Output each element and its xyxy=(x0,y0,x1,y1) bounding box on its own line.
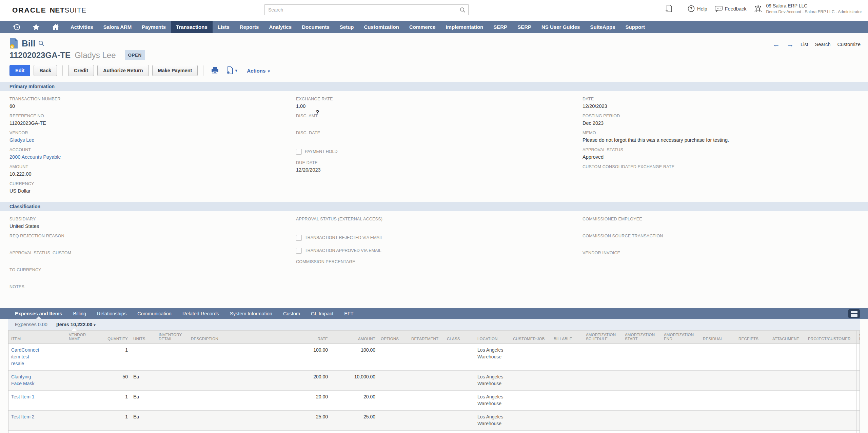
primary-information-header[interactable]: Primary Information xyxy=(0,82,868,91)
subtab-expenses-and-items[interactable]: Expenses and Items xyxy=(9,308,67,319)
recent-records-icon[interactable] xyxy=(7,21,26,33)
nav-item-serp[interactable]: SERP xyxy=(512,21,536,33)
cell-quantity: 1 xyxy=(100,391,131,411)
print-options-caret-icon: ▼ xyxy=(234,68,238,73)
nav-item-serp[interactable]: SERP xyxy=(488,21,512,33)
print-options-button[interactable]: ▼ xyxy=(226,66,238,75)
column-header-options[interactable]: OPTIONS xyxy=(378,331,409,344)
subtab-relationships[interactable]: Relationships xyxy=(92,308,132,319)
primary-fields-col-2: EXCHANGE RATE1.00DISC. AMT.?DISC. DATEPA… xyxy=(296,97,583,198)
payment-hold-checkbox[interactable] xyxy=(296,149,302,155)
column-header-billable[interactable]: BILLABLE xyxy=(551,331,583,344)
cell-amount: 2.00 xyxy=(331,431,378,433)
field-value[interactable]: 2000 Accounts Payable xyxy=(9,154,296,161)
credit-button[interactable]: Credit xyxy=(68,65,94,76)
column-header-department[interactable]: DEPARTMENT xyxy=(409,331,444,344)
nav-item-commerce[interactable]: Commerce xyxy=(404,21,441,33)
cell-item[interactable]: Face Mask xyxy=(8,431,66,433)
print-button[interactable] xyxy=(211,67,219,74)
expenses-subtab[interactable]: Expenses 0.00 xyxy=(15,322,47,327)
classification-header[interactable]: Classification xyxy=(0,202,868,211)
nav-item-support[interactable]: Support xyxy=(620,21,650,33)
cell-item[interactable]: ClarifyingFace Mask xyxy=(8,371,66,391)
column-header-vendor-name[interactable]: VENDORNAME xyxy=(66,331,100,344)
column-header-customer-job[interactable]: CUSTOMER:JOB xyxy=(510,331,551,344)
items-subtab[interactable]: Items 10,222.00▾ xyxy=(56,322,95,327)
column-header-rate[interactable]: RATE xyxy=(290,331,331,344)
authorize-return-button[interactable]: Authorize Return xyxy=(97,65,149,76)
account-menu[interactable]: 09 Salora ERP LLC Demo-Dev Account - Sal… xyxy=(754,3,862,15)
column-header-amortization-start[interactable]: AMORTIZATIONSTART xyxy=(622,331,661,344)
column-header-units[interactable]: UNITS xyxy=(131,331,156,344)
roles-icon xyxy=(754,5,763,13)
edit-button[interactable]: Edit xyxy=(9,65,30,76)
make-payment-button[interactable]: Make Payment xyxy=(152,65,198,76)
customize-link[interactable]: Customize xyxy=(837,42,861,47)
subtab-eft[interactable]: EFT xyxy=(339,308,359,319)
quick-add-icon[interactable] xyxy=(665,4,672,13)
column-header-amortization-schedule[interactable]: AMORTIZATIONSCHEDULE xyxy=(583,331,622,344)
nav-item-analytics[interactable]: Analytics xyxy=(264,21,297,33)
nav-item-reports[interactable]: Reports xyxy=(235,21,264,33)
column-header-residual[interactable]: RESIDUAL xyxy=(700,331,736,344)
search-icon[interactable] xyxy=(460,7,466,13)
field-value xyxy=(9,274,296,281)
column-header-inventory-detail[interactable]: INVENTORYDETAIL xyxy=(156,331,188,344)
nav-item-transactions[interactable]: Transactions xyxy=(171,21,213,33)
column-header-item[interactable]: ITEM xyxy=(8,331,66,344)
cell-units: Ea xyxy=(131,431,156,433)
transactiont-rejected-via-email-checkbox[interactable] xyxy=(296,235,302,241)
list-link[interactable]: List xyxy=(801,42,808,47)
nav-item-suiteapps[interactable]: SuiteApps xyxy=(585,21,620,33)
field-label: MEMO xyxy=(583,131,868,136)
feedback-button[interactable]: Feedback xyxy=(715,5,747,12)
field-value[interactable]: Gladys Lee xyxy=(9,137,296,144)
cell-item[interactable]: CardConnectitem testresale xyxy=(8,344,66,371)
nav-item-lists[interactable]: Lists xyxy=(213,21,235,33)
nav-item-salora-arm[interactable]: Salora ARM xyxy=(98,21,137,33)
back-button[interactable]: Back xyxy=(34,65,57,76)
nav-item-ns-user-guides[interactable]: NS User Guides xyxy=(536,21,585,33)
search-link[interactable]: Search xyxy=(815,42,831,47)
nav-item-setup[interactable]: Setup xyxy=(335,21,359,33)
nav-item-implementation[interactable]: Implementation xyxy=(440,21,488,33)
column-header-quantity[interactable]: QUANTITY xyxy=(100,331,131,344)
cell-item[interactable]: Test Item 1 xyxy=(8,391,66,411)
actions-menu[interactable]: Actions ▼ xyxy=(247,68,271,74)
column-header-attachment[interactable]: ATTACHMENT xyxy=(770,331,805,344)
nav-item-activities[interactable]: Activities xyxy=(65,21,98,33)
field-vendor: VENDORGladys Lee xyxy=(9,131,296,144)
home-icon[interactable] xyxy=(46,21,65,33)
subtab-system-information[interactable]: System Information xyxy=(224,308,278,319)
column-header-location[interactable]: LOCATION xyxy=(475,331,510,344)
transaction-approved-via-email-checkbox[interactable] xyxy=(296,248,302,254)
totals-strip: Expenses 0.00 Items 10,222.00▾ xyxy=(8,319,860,330)
toggle-view-icon[interactable] xyxy=(848,309,860,318)
column-header-project-customer[interactable]: PROJECT/CUSTOMER xyxy=(805,331,856,344)
subtab-custom[interactable]: Custom xyxy=(278,308,305,319)
column-header-amount[interactable]: AMOUNT xyxy=(331,331,378,344)
subtab-communication[interactable]: Communication xyxy=(132,308,177,319)
help-button[interactable]: ? Help xyxy=(688,5,707,12)
subtab-billing[interactable]: Billing xyxy=(67,308,92,319)
subtab-gl-impact[interactable]: GL Impact xyxy=(305,308,339,319)
nav-item-customization[interactable]: Customization xyxy=(359,21,404,33)
column-header-amortization-end[interactable]: AMORTIZATIONEND xyxy=(661,331,700,344)
search-input[interactable] xyxy=(265,7,460,13)
cell-item[interactable]: Test Item 2 xyxy=(8,411,66,431)
column-header-description[interactable]: DESCRIPTION xyxy=(188,331,290,344)
cell-attachment xyxy=(770,391,805,411)
column-header-class[interactable]: CLASS xyxy=(444,331,475,344)
cell-billable xyxy=(551,371,583,391)
cell-amortization-end xyxy=(661,344,700,371)
nav-item-documents[interactable]: Documents xyxy=(297,21,335,33)
previous-record-icon[interactable]: ← xyxy=(773,41,780,48)
subtab-related-records[interactable]: Related Records xyxy=(177,308,224,319)
shortcuts-star-icon[interactable] xyxy=(26,21,46,33)
nav-item-payments[interactable]: Payments xyxy=(137,21,171,33)
record-search-icon[interactable] xyxy=(38,40,44,46)
cell-customer-job xyxy=(510,391,551,411)
column-header-quan-expen[interactable]: QUANEXPEN xyxy=(856,331,860,344)
next-record-icon[interactable]: → xyxy=(787,41,794,48)
column-header-receipts[interactable]: RECEIPTS xyxy=(736,331,770,344)
